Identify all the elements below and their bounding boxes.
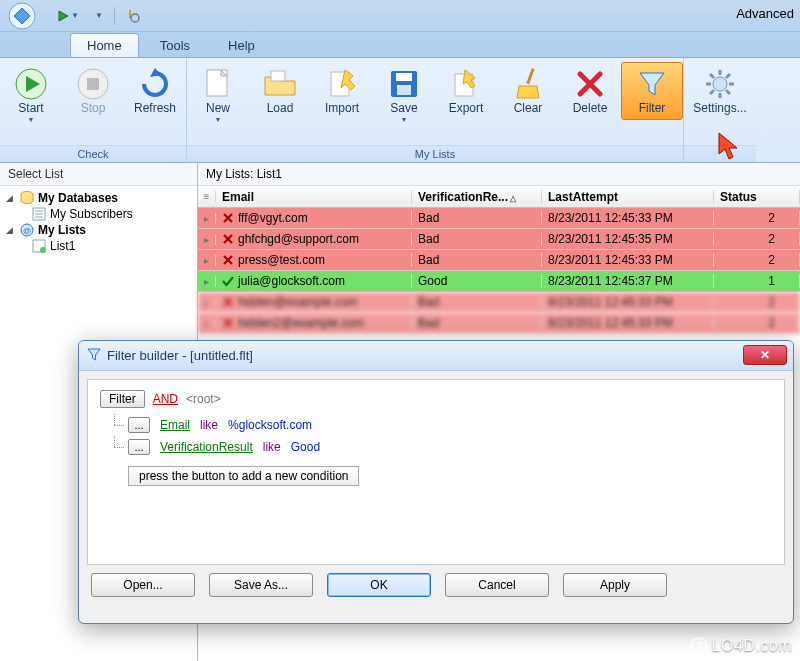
tab-tools[interactable]: Tools [143,33,207,57]
rule-operator[interactable]: like [263,440,281,454]
ribbon-group-mylists: New▼ Load Import Save▼ Export Clear [187,58,684,162]
svg-point-31 [40,247,46,253]
tree-node-databases[interactable]: ◢ My Databases [6,190,191,206]
qa-run-button[interactable]: ▼ [52,8,84,24]
start-button[interactable]: Start ▼ [0,62,62,128]
table-row[interactable]: ▸hidden@example.comBad8/23/2011 12:45:33… [198,292,800,313]
ok-button[interactable]: OK [327,573,431,597]
filter-root: Filter AND <root> [100,390,772,408]
grid-header: ≡ Email VerificationRe...△ LastAttempt S… [198,186,800,208]
delete-icon [573,67,607,101]
app-orb-button[interactable] [2,0,42,32]
rule-field[interactable]: Email [160,418,190,432]
window-title: Advanced [736,6,794,21]
filter-label: Filter [639,101,666,115]
row-handle[interactable]: ▸ [198,213,216,224]
tree-collapse-icon[interactable]: ◢ [6,193,16,203]
rule-menu-button[interactable]: ... [128,439,150,455]
x-icon [222,254,234,266]
apply-button[interactable]: Apply [563,573,667,597]
qa-more-button[interactable]: ▼ [90,9,108,22]
clear-button[interactable]: Clear [497,62,559,120]
qa-settings-button[interactable] [121,7,145,25]
filter-root-button[interactable]: Filter [100,390,145,408]
row-handle[interactable]: ▸ [198,297,216,308]
col-status[interactable]: Status [714,190,800,204]
table-row[interactable]: ▸press@test.comBad8/23/2011 12:45:33 PM2 [198,250,800,271]
dialog-titlebar[interactable]: Filter builder - [untitled.flt] ✕ [79,341,793,371]
filter-rules: ...Emaillike%glocksoft.com...Verificatio… [100,414,772,458]
cell-verification: Bad [412,253,542,267]
import-icon [325,67,359,101]
save-label: Save [390,101,417,115]
qa-separator [114,7,115,25]
load-button[interactable]: Load [249,62,311,120]
filter-rule: ...Emaillike%glocksoft.com [100,414,772,436]
tree-node-mylists[interactable]: ◢ @ My Lists [6,222,191,238]
cell-email: fff@vgyt.com [216,211,412,225]
col-email-label: Email [222,190,254,204]
saveas-button[interactable]: Save As... [209,573,313,597]
table-row[interactable]: ▸ghfchgd@support.comBad8/23/2011 12:45:3… [198,229,800,250]
row-handle[interactable]: ▸ [198,276,216,287]
row-handle[interactable]: ▸ [198,318,216,329]
import-button[interactable]: Import [311,62,373,120]
col-last-label: LastAttempt [548,190,618,204]
svg-line-22 [710,90,714,94]
delete-button[interactable]: Delete [559,62,621,120]
lists-icon: @ [20,223,34,237]
col-verification[interactable]: VerificationRe...△ [412,190,542,204]
open-button[interactable]: Open... [91,573,195,597]
filter-button[interactable]: Filter [621,62,683,120]
refresh-button[interactable]: Refresh [124,62,186,120]
svg-point-14 [713,77,727,91]
rule-value[interactable]: %glocksoft.com [228,418,312,432]
settings-button[interactable]: Settings... [684,62,756,120]
tree-node-list1[interactable]: List1 [6,238,191,254]
row-handle[interactable]: ▸ [198,255,216,266]
col-lastattempt[interactable]: LastAttempt [542,190,714,204]
new-button[interactable]: New▼ [187,62,249,128]
tree-label: My Databases [38,191,118,205]
list-item-icon [32,239,46,253]
tab-help[interactable]: Help [211,33,272,57]
rule-operator[interactable]: like [200,418,218,432]
check-icon [222,275,234,287]
globe-icon [690,637,708,655]
table-row[interactable]: ▸fff@vgyt.comBad8/23/2011 12:45:33 PM2 [198,208,800,229]
tree-node-subscribers[interactable]: My Subscribers [6,206,191,222]
delete-label: Delete [573,101,608,115]
titlebar: ▼ ▼ Advanced [0,0,800,32]
add-condition-button[interactable]: press the button to add a new condition [128,466,359,486]
rule-value[interactable]: Good [291,440,320,454]
row-handle[interactable]: ▸ [198,234,216,245]
cancel-button[interactable]: Cancel [445,573,549,597]
tab-home[interactable]: Home [70,33,139,57]
list-icon [32,207,46,221]
table-row[interactable]: ▸julia@glocksoft.comGood8/23/2011 12:45:… [198,271,800,292]
tree-collapse-icon[interactable]: ◢ [6,225,16,235]
save-button[interactable]: Save▼ [373,62,435,128]
group-label-mylists: My Lists [187,145,683,162]
export-button[interactable]: Export [435,62,497,120]
close-button[interactable]: ✕ [743,345,787,365]
filter-root-operator[interactable]: AND [153,392,178,406]
x-icon [222,212,234,224]
funnel-icon [635,67,669,101]
database-icon [20,191,34,205]
cell-status: 2 [714,316,800,330]
quick-access-toolbar: ▼ ▼ [52,7,145,25]
rule-menu-button[interactable]: ... [128,417,150,433]
dialog-buttons: Open... Save As... OK Cancel Apply [79,573,793,609]
watermark: LO4D.com [690,637,792,655]
save-icon [387,67,421,101]
left-pane-header: Select List [0,163,197,186]
gear-icon [703,67,737,101]
dropdown-caret-icon: ▼ [71,11,79,20]
rule-field[interactable]: VerificationResult [160,440,253,454]
tree-view[interactable]: ◢ My Databases My Subscribers ◢ @ My Lis… [0,186,197,258]
row-selector-header[interactable]: ≡ [198,191,216,202]
cell-lastattempt: 8/23/2011 12:45:35 PM [542,232,714,246]
col-email[interactable]: Email [216,190,412,204]
table-row[interactable]: ▸hidden2@example.comBad8/23/2011 12:45:3… [198,313,800,334]
